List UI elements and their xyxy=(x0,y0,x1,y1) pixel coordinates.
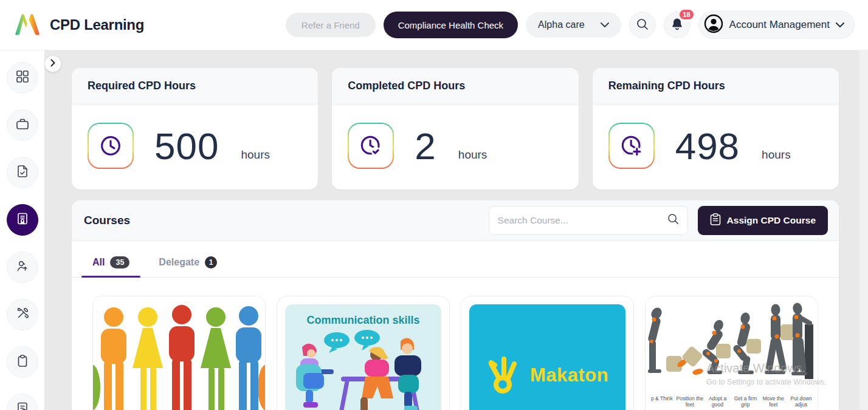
course-search xyxy=(489,206,688,235)
sidebar-item-reports[interactable] xyxy=(7,394,38,410)
assign-cpd-course-label: Assign CPD Course xyxy=(727,215,816,226)
clock-check-icon xyxy=(348,123,394,169)
tools-icon xyxy=(16,307,29,323)
clock-plus-icon xyxy=(608,123,655,169)
sidebar-item-cpd-courses[interactable] xyxy=(7,204,38,236)
caption: Get a firm grip xyxy=(731,396,759,408)
main-content: Required CPD Hours 500 hours Completed C… xyxy=(72,68,839,410)
stat-card-title: Required CPD Hours xyxy=(72,68,318,104)
organisation-selector[interactable]: Alpha care xyxy=(526,12,621,38)
organisation-selector-label: Alpha care xyxy=(538,19,585,30)
tab-all[interactable]: All 35 xyxy=(92,256,129,277)
makaton-tile: Makaton xyxy=(469,304,625,410)
sidebar-item-settings-tools[interactable] xyxy=(7,299,38,330)
notification-count-badge: 18 xyxy=(678,9,694,21)
certificate-icon xyxy=(16,212,29,228)
search-icon xyxy=(636,18,649,32)
remaining-cpd-hours-card: Remaining CPD Hours 498 hours xyxy=(593,68,839,190)
communication-skills-title: Communication skills xyxy=(285,314,441,327)
brand-logo-icon xyxy=(13,11,41,39)
courses-tabs: All 35 Delegate 1 xyxy=(72,241,839,278)
stat-value: 2 xyxy=(415,125,436,168)
clock-icon xyxy=(88,123,134,169)
sidebar-item-tasks[interactable] xyxy=(7,346,38,378)
stat-card-title: Completed CPD Hours xyxy=(332,68,578,104)
tab-delegate-label: Delegate xyxy=(159,257,199,268)
stat-unit: hours xyxy=(762,148,791,169)
sidebar-item-workplace[interactable] xyxy=(7,109,38,141)
clipboard-icon xyxy=(16,354,29,370)
search-button[interactable] xyxy=(629,12,656,38)
caption: Move the feet xyxy=(759,396,787,408)
stat-card-title: Remaining CPD Hours xyxy=(593,68,839,104)
communication-skills-tile: Communication skills xyxy=(285,304,441,410)
sidebar-item-assessments[interactable] xyxy=(7,157,38,188)
navbar-actions: Refer a Friend Compliance Health Check A… xyxy=(286,11,855,39)
sidebar-item-dashboard[interactable] xyxy=(7,62,38,94)
scrollbar[interactable] xyxy=(859,50,868,410)
search-icon xyxy=(667,213,679,227)
courses-panel: Courses Assign CPD Course All 35 Del xyxy=(72,200,839,410)
chevron-down-icon xyxy=(836,19,844,30)
courses-title: Courses xyxy=(84,214,130,227)
chevron-down-icon xyxy=(601,19,609,30)
compliance-health-check-button[interactable]: Compliance Health Check xyxy=(384,12,518,38)
course-search-input[interactable] xyxy=(498,215,667,226)
course-card-diverse-people[interactable] xyxy=(92,296,266,410)
document-check-icon xyxy=(16,165,29,180)
refer-a-friend-button[interactable]: Refer a Friend xyxy=(286,13,376,37)
caption: Adopt a good xyxy=(704,396,732,408)
top-navbar: CPD Learning Refer a Friend Compliance H… xyxy=(0,0,868,50)
notifications-button[interactable]: 18 xyxy=(664,12,691,38)
stat-value: 498 xyxy=(675,125,740,168)
completed-cpd-hours-card: Completed CPD Hours 2 hours xyxy=(332,68,578,190)
course-cards-grid: Communication skills xyxy=(92,296,818,410)
makaton-hand-icon xyxy=(486,354,522,397)
courses-header: Courses Assign CPD Course xyxy=(72,200,839,241)
brand-title: CPD Learning xyxy=(50,16,144,33)
account-management-label: Account Management xyxy=(729,19,830,31)
manual-handling-illustration xyxy=(648,384,813,394)
required-cpd-hours-card: Required CPD Hours 500 hours xyxy=(72,68,318,190)
cpd-stats-row: Required CPD Hours 500 hours Completed C… xyxy=(72,68,839,190)
dashboard-grid-icon xyxy=(16,70,29,86)
tab-all-label: All xyxy=(92,257,105,268)
stat-unit: hours xyxy=(241,148,270,169)
sidebar-expand-button[interactable] xyxy=(44,55,61,72)
sidebar xyxy=(0,50,44,410)
stat-value: 500 xyxy=(154,125,219,168)
tab-all-count-badge: 35 xyxy=(110,256,129,268)
account-management-menu[interactable]: Account Management xyxy=(698,11,855,39)
stat-unit: hours xyxy=(458,148,487,169)
caption: Put down adjus xyxy=(787,396,815,408)
course-card-communication-skills[interactable]: Communication skills xyxy=(277,296,450,410)
report-icon xyxy=(16,401,29,410)
caption: Position the feet xyxy=(676,396,704,408)
manual-handling-captions: p & Think Position the feet Adopt a good… xyxy=(648,396,815,408)
chevron-right-icon xyxy=(50,59,56,69)
course-card-manual-handling[interactable]: p & Think Position the feet Adopt a good… xyxy=(645,296,818,410)
tab-delegate-count-badge: 1 xyxy=(205,256,217,268)
course-card-makaton[interactable]: Makaton xyxy=(461,296,634,410)
makaton-title: Makaton xyxy=(530,364,608,386)
brand: CPD Learning xyxy=(13,11,144,39)
sidebar-item-delegates[interactable] xyxy=(7,251,38,283)
clipboard-list-icon xyxy=(710,213,721,228)
user-upload-icon xyxy=(16,259,29,275)
tab-delegate[interactable]: Delegate 1 xyxy=(159,256,217,277)
caption: p & Think xyxy=(648,396,676,408)
assign-cpd-course-button[interactable]: Assign CPD Course xyxy=(698,206,828,235)
briefcase-icon xyxy=(16,117,29,133)
avatar-icon xyxy=(704,14,723,36)
